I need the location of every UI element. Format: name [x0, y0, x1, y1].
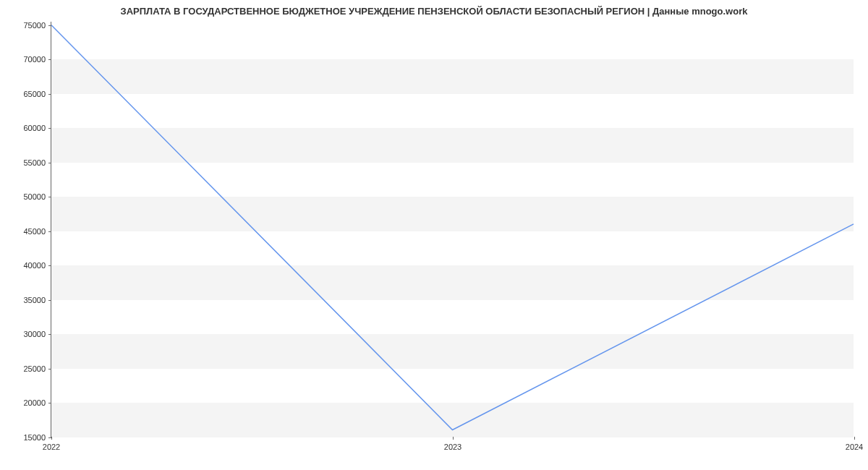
plot-area: 1500020000250003000035000400004500050000…	[51, 22, 854, 437]
x-tick-label: 2022	[43, 443, 60, 451]
y-tick-mark	[48, 231, 51, 232]
y-tick-label: 70000	[23, 55, 46, 64]
y-tick-mark	[48, 128, 51, 129]
y-tick-label: 20000	[23, 398, 46, 407]
y-tick-label: 55000	[23, 158, 46, 167]
x-tick-mark	[51, 437, 52, 440]
y-tick-label: 35000	[23, 296, 46, 304]
y-tick-mark	[48, 265, 51, 266]
y-tick-mark	[48, 197, 51, 197]
line-chart-svg	[51, 22, 854, 437]
y-tick-mark	[48, 403, 51, 403]
y-tick-label: 65000	[23, 90, 46, 98]
x-tick-label: 2023	[444, 443, 461, 451]
y-tick-mark	[48, 334, 51, 335]
x-tick-mark	[854, 437, 855, 440]
y-tick-mark	[48, 369, 51, 369]
y-tick-label: 60000	[23, 124, 46, 132]
chart-title: ЗАРПЛАТА В ГОСУДАРСТВЕННОЕ БЮДЖЕТНОЕ УЧР…	[0, 0, 868, 22]
y-tick-label: 40000	[23, 261, 46, 270]
y-tick-mark	[48, 25, 51, 26]
data-line	[51, 25, 854, 430]
y-tick-label: 30000	[23, 330, 46, 338]
y-tick-label: 75000	[23, 21, 46, 30]
y-tick-mark	[48, 59, 51, 60]
y-tick-label: 45000	[23, 227, 46, 236]
x-tick-mark	[453, 437, 454, 440]
y-tick-label: 50000	[23, 192, 46, 201]
x-tick-label: 2024	[846, 443, 863, 451]
y-tick-mark	[48, 300, 51, 301]
y-tick-mark	[48, 163, 51, 163]
chart-container: ЗАРПЛАТА В ГОСУДАРСТВЕННОЕ БЮДЖЕТНОЕ УЧР…	[0, 0, 868, 470]
y-tick-label: 25000	[23, 364, 46, 373]
y-tick-label: 15000	[23, 433, 46, 442]
y-tick-mark	[48, 94, 51, 95]
